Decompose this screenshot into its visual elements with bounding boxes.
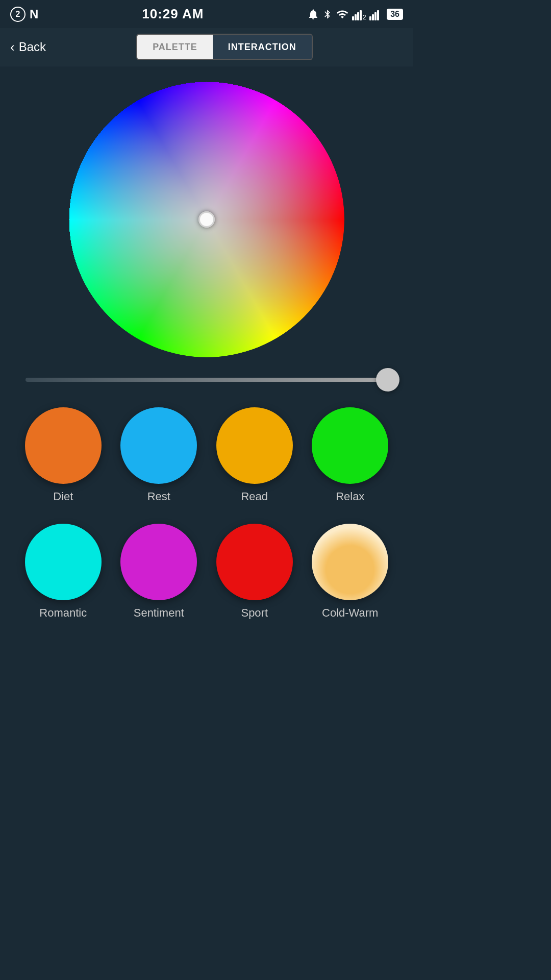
wifi-icon bbox=[336, 8, 349, 20]
preset-sentiment[interactable]: Sentiment bbox=[118, 524, 199, 620]
signal-icon-1: 2 bbox=[352, 8, 366, 20]
color-wheel-section[interactable] bbox=[0, 66, 413, 368]
preset-rest[interactable]: Rest bbox=[118, 407, 199, 503]
preset-sport-label: Sport bbox=[241, 606, 268, 620]
svg-rect-6 bbox=[372, 14, 374, 20]
n-logo: N bbox=[30, 7, 38, 21]
svg-rect-3 bbox=[360, 10, 362, 20]
color-wheel-cursor[interactable] bbox=[198, 211, 215, 228]
preset-relax-label: Relax bbox=[336, 490, 364, 503]
nav-bar: ‹ Back PALETTE INTERACTION bbox=[0, 28, 413, 66]
svg-rect-8 bbox=[377, 10, 379, 20]
preset-rest-label: Rest bbox=[147, 490, 170, 503]
preset-read-circle[interactable] bbox=[216, 407, 293, 484]
status-time: 10:29 AM bbox=[142, 6, 204, 22]
preset-diet-label: Diet bbox=[53, 490, 73, 503]
presets-section: Diet Rest Read Relax Romantic Sentiment … bbox=[0, 397, 413, 660]
signal-icon-2 bbox=[369, 8, 384, 20]
status-icons: 2 36 bbox=[307, 8, 403, 20]
preset-cold-warm[interactable]: Cold-Warm bbox=[309, 524, 391, 620]
preset-sentiment-circle[interactable] bbox=[120, 524, 197, 600]
preset-rest-circle[interactable] bbox=[120, 407, 197, 484]
preset-diet[interactable]: Diet bbox=[22, 407, 104, 503]
svg-text:2: 2 bbox=[363, 14, 366, 20]
back-label: Back bbox=[19, 40, 46, 54]
svg-rect-2 bbox=[357, 12, 359, 20]
preset-read[interactable]: Read bbox=[214, 407, 295, 503]
bluetooth-icon bbox=[322, 8, 333, 20]
color-wheel-container[interactable] bbox=[69, 82, 344, 357]
battery-indicator: 36 bbox=[387, 9, 403, 20]
tab-interaction[interactable]: INTERACTION bbox=[213, 35, 312, 59]
preset-sentiment-label: Sentiment bbox=[134, 606, 184, 620]
tab-palette[interactable]: PALETTE bbox=[137, 35, 213, 59]
svg-rect-1 bbox=[355, 14, 357, 20]
brightness-slider-thumb[interactable] bbox=[376, 368, 399, 391]
preset-romantic[interactable]: Romantic bbox=[22, 524, 104, 620]
tab-group: PALETTE INTERACTION bbox=[136, 34, 313, 60]
status-bar: 2 N 10:29 AM 2 36 bbox=[0, 0, 413, 28]
preset-cold-warm-circle[interactable] bbox=[312, 524, 388, 600]
preset-read-label: Read bbox=[241, 490, 268, 503]
preset-relax-circle[interactable] bbox=[312, 407, 388, 484]
slider-section[interactable] bbox=[0, 368, 413, 397]
back-chevron-icon: ‹ bbox=[10, 39, 15, 55]
preset-diet-circle[interactable] bbox=[25, 407, 102, 484]
svg-rect-7 bbox=[374, 12, 377, 20]
notification-badge: 2 bbox=[10, 7, 26, 22]
preset-sport[interactable]: Sport bbox=[214, 524, 295, 620]
status-left: 2 N bbox=[10, 7, 38, 22]
back-button[interactable]: ‹ Back bbox=[10, 39, 46, 55]
preset-romantic-circle[interactable] bbox=[25, 524, 102, 600]
preset-romantic-label: Romantic bbox=[39, 606, 87, 620]
preset-sport-circle[interactable] bbox=[216, 524, 293, 600]
svg-rect-0 bbox=[352, 16, 354, 20]
presets-row-2: Romantic Sentiment Sport Cold-Warm bbox=[15, 524, 398, 620]
presets-row-1: Diet Rest Read Relax bbox=[15, 407, 398, 503]
alarm-icon bbox=[307, 8, 319, 20]
preset-relax[interactable]: Relax bbox=[309, 407, 391, 503]
svg-rect-5 bbox=[369, 16, 371, 20]
brightness-slider-track[interactable] bbox=[26, 378, 388, 382]
preset-cold-warm-label: Cold-Warm bbox=[322, 606, 378, 620]
